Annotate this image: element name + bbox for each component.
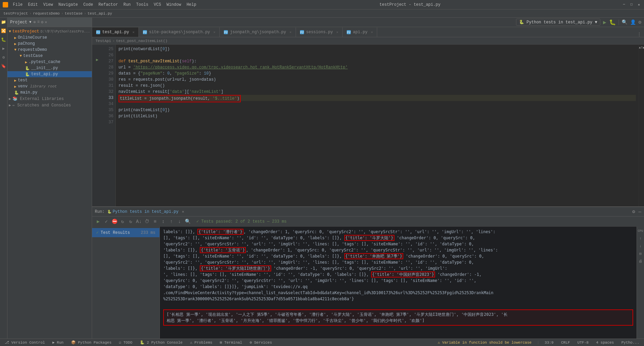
run-stop-button[interactable]: ⛔ (111, 218, 118, 225)
menu-navigate[interactable]: Navigate (56, 2, 80, 8)
run-tab-close[interactable]: ✕ (182, 209, 184, 214)
menu-refactor[interactable]: Refactor (96, 2, 120, 8)
tree-item-external-libs[interactable]: ▶ 📚 External Libraries (7, 96, 92, 102)
up-arrow-icon[interactable]: ↑ (638, 236, 644, 242)
status-problems[interactable]: ⚠ Problems (188, 340, 214, 345)
run-config-tab[interactable]: 🐍 Python tests in test_api.py (107, 209, 178, 214)
menu-edit[interactable]: Edit (26, 2, 40, 8)
maximize-button[interactable]: □ (629, 2, 634, 7)
code-line-36: print(titleList) (119, 113, 636, 119)
run-filter[interactable]: 🔍 (184, 218, 191, 225)
menu-run[interactable]: Run (121, 2, 133, 8)
run-gutter-27[interactable]: ▶ (92, 57, 102, 63)
status-python-console[interactable]: 🐍 2 Python Console (138, 340, 185, 345)
tree-item-testProject[interactable]: ▼ testProject D:\学习\Python\testPro... (7, 28, 92, 35)
project-icon[interactable]: 📁 (1, 19, 7, 25)
menu-code[interactable]: Code (81, 2, 95, 8)
run-play-button[interactable]: ▶ (95, 218, 102, 225)
tab-api[interactable]: py api.py ✕ (343, 27, 377, 37)
tab-jsonpath-ng[interactable]: py jsonpath_ng\jsonpath.py ✕ (220, 27, 296, 37)
debug-icon[interactable]: 🐛 (1, 37, 7, 43)
run-expand-all[interactable]: ↕ (160, 218, 167, 225)
run-sort-duration[interactable]: ⏱ (144, 218, 150, 225)
status-crlf[interactable]: CRLF (559, 341, 572, 345)
run-label: Run: (95, 209, 105, 214)
sidebar-title: Project (10, 20, 27, 25)
line-gutter-25 (92, 45, 102, 51)
tree-item-pachong[interactable]: ▶ paChong (7, 41, 92, 47)
menu-window[interactable]: Window (165, 2, 183, 8)
breadcrumb-part-0[interactable]: testProject (3, 12, 28, 16)
sidebar-close-icon[interactable]: ✕ (45, 20, 47, 25)
run-button[interactable]: ▶ (603, 19, 606, 26)
run-sort-alpha[interactable]: A↓ (135, 218, 142, 225)
menu-help[interactable]: Help (185, 2, 198, 8)
tree-item-test-api[interactable]: 🐍 test_api.py (7, 71, 92, 77)
run-panel-minimize[interactable]: — (639, 209, 641, 215)
tree-item-venv[interactable]: ▶ venv library root (7, 83, 92, 89)
minimize-button[interactable]: ─ (622, 2, 626, 7)
sidebar-expand-icon: ▼ (29, 20, 31, 24)
breadcrumb-part-1[interactable]: requestsDemo (33, 12, 60, 16)
filter-icon[interactable]: ⊟ (638, 250, 644, 257)
tree-item-main[interactable]: 🐍 main.py (7, 89, 92, 96)
print-icon[interactable]: 🖨 (638, 258, 644, 264)
run-panel-settings[interactable]: ⚙ (632, 209, 635, 215)
file-tree: ▼ testProject D:\学习\Python\testPro... ▶ … (7, 27, 92, 339)
tree-item-pytest-cache[interactable]: ▶ .pytest_cache (7, 59, 92, 65)
run-toggle-tree[interactable]: ≡ (152, 218, 158, 225)
status-todo[interactable]: ☑ TODO (117, 340, 134, 345)
run-up-arrow[interactable]: ↑ (168, 218, 175, 225)
tree-item-init[interactable]: 🐍 __init__.py (7, 65, 92, 71)
sidebar-collapse-icon[interactable]: ≡ (37, 20, 40, 25)
menu-vcs[interactable]: VCS (152, 2, 163, 8)
run-icon2[interactable]: ▶ (1, 45, 7, 52)
code-editor[interactable]: print(notwordList[0]) def test_post_navI… (116, 45, 639, 206)
tree-item-onlinecourse[interactable]: ▶ OnlineCourse (7, 35, 92, 41)
search-button[interactable]: 🔍 (622, 19, 627, 25)
run-status-text: ✓ Tests passed: 2 of 2 tests — 233 ms (196, 219, 286, 224)
tab-test-api[interactable]: py test_api.py ✕ (92, 27, 139, 37)
tab-jsonpath[interactable]: py site-packages\jsonpath.py ✕ (139, 27, 220, 37)
debug-button[interactable]: 🐛 (609, 19, 616, 26)
status-indent[interactable]: 4 spaces (594, 341, 616, 345)
run-down-arrow[interactable]: ↓ (176, 218, 183, 225)
tree-item-testcase[interactable]: ▼ testCase (7, 53, 92, 59)
status-encoding[interactable]: UTF-8 (575, 341, 591, 345)
menu-view[interactable]: View (41, 2, 55, 8)
output-line-2: [], 'tags': [], 'siteEnName': '', 'id': … (163, 235, 633, 241)
menu-file[interactable]: File (11, 2, 25, 8)
sidebar-settings-icon[interactable]: ⚙ (41, 20, 43, 25)
editor-tabs: py test_api.py ✕ py site-packages\jsonpa… (92, 27, 644, 37)
status-python-packages[interactable]: 📦 Python Packages (69, 340, 114, 345)
tree-item-test[interactable]: ▶ test (7, 77, 92, 83)
down-arrow-icon2[interactable]: ↓ (638, 243, 644, 249)
run-output[interactable]: labels': []}, {'title': '漕行者'}, 'changeO… (160, 227, 637, 339)
status-terminal[interactable]: ⊞ Terminal (218, 340, 244, 345)
run-results-sidebar: ✓ Test Results 233 ms (92, 227, 160, 339)
tree-item-scratches[interactable]: ▶ ✏ Scratches and Consoles (7, 102, 92, 108)
settings-gear[interactable]: ⚙ (639, 19, 641, 25)
settings-icon[interactable]: ⚙ (1, 54, 7, 60)
status-vcs[interactable]: ⎇ Version Control (3, 340, 47, 345)
vcs-icon[interactable]: 🔀 (1, 28, 7, 34)
bookmark-icon[interactable]: 🔖 (1, 63, 7, 69)
editor-more-icon[interactable]: ⋮ (637, 32, 641, 37)
run-rerun-button[interactable]: ↻ (119, 218, 126, 225)
status-services[interactable]: ⚙ Services (248, 340, 274, 345)
tree-item-requestsdemo[interactable]: ▼ requestsDemo (7, 47, 92, 53)
status-position[interactable]: 33:9 (543, 341, 556, 345)
tab-sessions[interactable]: py sessions.py ✕ (296, 27, 343, 37)
run-check-button[interactable]: ✓ (103, 218, 110, 225)
user-icon[interactable]: 👤 (630, 19, 636, 25)
test-results-item[interactable]: ✓ Test Results 233 ms (92, 228, 159, 237)
run-rerun-failed[interactable]: ↻ (127, 218, 134, 225)
status-python-version[interactable]: Pytho... (619, 341, 641, 345)
sidebar-locate-icon[interactable]: ⊕ (33, 20, 36, 25)
status-run[interactable]: ▶ Run (50, 340, 66, 345)
close-button[interactable]: ✕ (637, 2, 641, 7)
menu-tools[interactable]: Tools (134, 2, 150, 8)
breadcrumb-part-3[interactable]: test_api.py (87, 12, 112, 16)
run-config-selector[interactable]: 🐍 Python tests in test_api.py ▼ (516, 19, 600, 26)
breadcrumb-part-2[interactable]: testCase (65, 12, 83, 16)
